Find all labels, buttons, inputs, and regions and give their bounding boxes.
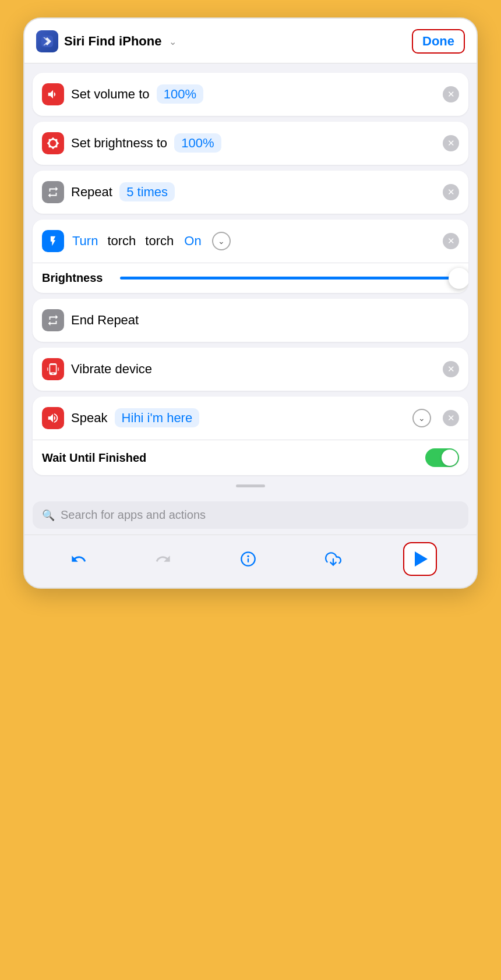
speak-label: Speak Hihi i'm here bbox=[71, 411, 405, 426]
brightness-icon bbox=[42, 132, 64, 154]
vibrate-row: Vibrate device ✕ bbox=[33, 348, 468, 391]
end-repeat-label: End Repeat bbox=[71, 313, 459, 328]
vibrate-label: Vibrate device bbox=[71, 362, 436, 377]
torch-on-label[interactable]: On bbox=[184, 233, 201, 249]
repeat-row: Repeat 5 times ✕ bbox=[33, 171, 468, 214]
end-repeat-card: End Repeat bbox=[33, 299, 468, 342]
search-placeholder: Search for apps and actions bbox=[61, 508, 206, 522]
info-button[interactable] bbox=[234, 544, 263, 574]
bottom-toolbar bbox=[24, 535, 477, 588]
repeat-icon bbox=[42, 181, 64, 203]
header-title-group: Siri Find iPhone ⌄ bbox=[36, 30, 177, 52]
brightness-value-pill[interactable]: 100% bbox=[174, 133, 221, 153]
phone-container: Siri Find iPhone ⌄ Done Set volume to 10… bbox=[23, 17, 478, 589]
repeat-card: Repeat 5 times ✕ bbox=[33, 171, 468, 214]
vibrate-icon bbox=[42, 358, 64, 380]
speak-close-button[interactable]: ✕ bbox=[443, 410, 459, 426]
set-brightness-row: Set brightness to 100% ✕ bbox=[33, 122, 468, 165]
torch-text-label: torch bbox=[107, 233, 136, 249]
search-bar[interactable]: 🔍 Search for apps and actions bbox=[33, 501, 468, 529]
torch-close-button[interactable]: ✕ bbox=[443, 233, 459, 249]
set-brightness-label: Set brightness to 100% bbox=[71, 136, 436, 151]
speak-chevron-icon[interactable]: ⌄ bbox=[412, 409, 431, 427]
brightness-slider-thumb[interactable] bbox=[449, 268, 468, 289]
torch-text: torch bbox=[145, 233, 174, 249]
set-volume-card: Set volume to 100% ✕ bbox=[33, 73, 468, 116]
toggle-thumb bbox=[442, 450, 458, 466]
wait-row: Wait Until Finished bbox=[33, 440, 468, 475]
play-button[interactable] bbox=[403, 542, 437, 576]
volume-icon bbox=[42, 83, 64, 105]
speak-card: Speak Hihi i'm here ⌄ ✕ Wait Until Finis… bbox=[33, 397, 468, 475]
content-area: Set volume to 100% ✕ Set brightness to 1… bbox=[24, 63, 477, 499]
done-button[interactable]: Done bbox=[412, 29, 465, 54]
header: Siri Find iPhone ⌄ Done bbox=[24, 19, 477, 63]
share-button[interactable] bbox=[319, 544, 348, 574]
wait-label: Wait Until Finished bbox=[42, 451, 425, 465]
brightness-slider-label: Brightness bbox=[42, 271, 112, 285]
undo-button[interactable] bbox=[64, 544, 93, 574]
set-brightness-card: Set brightness to 100% ✕ bbox=[33, 122, 468, 165]
header-title: Siri Find iPhone bbox=[64, 34, 161, 49]
brightness-slider-row: Brightness bbox=[33, 263, 468, 293]
vibrate-close-button[interactable]: ✕ bbox=[443, 361, 459, 377]
set-brightness-close-button[interactable]: ✕ bbox=[443, 135, 459, 151]
shortcuts-app-icon bbox=[36, 30, 58, 52]
repeat-value-pill[interactable]: 5 times bbox=[119, 182, 175, 201]
set-volume-label: Set volume to 100% bbox=[71, 87, 436, 102]
volume-value-pill[interactable]: 100% bbox=[157, 84, 203, 104]
end-repeat-row: End Repeat bbox=[33, 299, 468, 342]
set-volume-row: Set volume to 100% ✕ bbox=[33, 73, 468, 116]
end-repeat-icon bbox=[42, 309, 64, 331]
chevron-down-icon[interactable]: ⌄ bbox=[169, 36, 177, 47]
set-volume-close-button[interactable]: ✕ bbox=[443, 86, 459, 102]
play-icon bbox=[415, 551, 428, 567]
torch-row: Turn torch torch On ⌄ ✕ bbox=[33, 220, 468, 263]
repeat-close-button[interactable]: ✕ bbox=[443, 184, 459, 200]
speak-text-pill[interactable]: Hihi i'm here bbox=[115, 408, 200, 427]
speak-row: Speak Hihi i'm here ⌄ ✕ bbox=[33, 397, 468, 440]
speak-icon bbox=[42, 407, 64, 429]
redo-button[interactable] bbox=[149, 544, 178, 574]
scroll-indicator bbox=[236, 484, 265, 487]
torch-turn-label[interactable]: Turn bbox=[72, 233, 98, 249]
repeat-label: Repeat 5 times bbox=[71, 185, 436, 200]
wait-toggle[interactable] bbox=[425, 448, 459, 467]
torch-chevron-icon[interactable]: ⌄ bbox=[212, 232, 231, 250]
search-icon: 🔍 bbox=[42, 509, 55, 522]
torch-icon bbox=[42, 230, 64, 252]
brightness-slider[interactable] bbox=[120, 277, 459, 280]
torch-card: Turn torch torch On ⌄ ✕ Brightness bbox=[33, 220, 468, 293]
vibrate-card: Vibrate device ✕ bbox=[33, 348, 468, 391]
